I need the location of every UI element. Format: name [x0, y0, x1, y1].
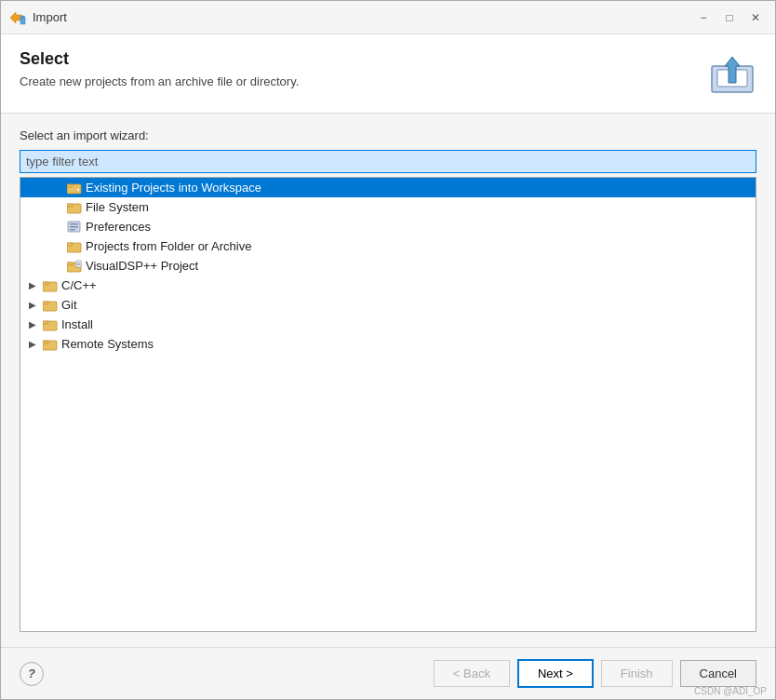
folder-icon-cpp: [43, 279, 58, 292]
svg-rect-23: [43, 282, 48, 285]
window-controls: − □ ✕: [691, 7, 768, 28]
svg-rect-14: [70, 229, 75, 231]
expand-icon-git: ▶: [26, 299, 39, 312]
svg-rect-27: [43, 321, 48, 324]
tree-item-preferences[interactable]: Preferences: [20, 217, 756, 236]
tree-item-remote-systems[interactable]: ▶ Remote Systems: [20, 334, 756, 354]
tree-item-visualdsp[interactable]: VisualDSP++ Project: [20, 256, 756, 276]
header-text: Select Create new projects from an archi…: [20, 49, 299, 88]
import-dialog: Import − □ ✕ Select Create new projects …: [0, 0, 776, 700]
expand-icon-remote-systems: ▶: [26, 338, 39, 351]
watermark: CSDN @ADI_OP: [694, 686, 767, 696]
header-icon: [708, 49, 756, 98]
expand-icon-install: ▶: [26, 318, 39, 331]
folder-arrow-icon: [67, 182, 82, 195]
help-button[interactable]: ?: [20, 662, 44, 686]
tree-item-install[interactable]: ▶ Install: [20, 315, 756, 334]
page-description: Create new projects from an archive file…: [20, 74, 299, 88]
title-bar: Import − □ ✕: [1, 1, 775, 34]
page-title: Select: [20, 49, 299, 69]
tree-item-cpp[interactable]: ▶ C/C++: [20, 276, 756, 295]
svg-rect-7: [67, 184, 73, 187]
expand-icon-cpp: ▶: [26, 279, 39, 292]
expand-icon-preferences: [50, 221, 63, 234]
minimize-button[interactable]: −: [691, 7, 716, 28]
header-section: Select Create new projects from an archi…: [1, 34, 775, 114]
svg-rect-10: [67, 204, 73, 207]
cancel-button[interactable]: Cancel: [680, 660, 756, 687]
close-button[interactable]: ✕: [743, 7, 768, 28]
app-icon: [8, 8, 27, 27]
svg-rect-18: [67, 262, 73, 265]
tree-label-projects-from-folder: Projects from Folder or Archive: [86, 239, 251, 253]
content-section: Select an import wizard: Existing Projec…: [1, 114, 775, 647]
tree-label-install: Install: [61, 317, 93, 331]
finish-button[interactable]: Finish: [601, 660, 673, 687]
tree-label-git: Git: [61, 298, 77, 312]
svg-rect-19: [76, 261, 81, 267]
tree-label-cpp: C/C++: [61, 278, 97, 292]
folder-icon-install: [43, 318, 58, 331]
folder-icon-file-system: [67, 201, 82, 214]
folder-icon-remote-systems: [43, 338, 58, 351]
tree-label-remote-systems: Remote Systems: [61, 337, 154, 351]
svg-rect-29: [43, 341, 48, 343]
svg-rect-13: [70, 226, 78, 228]
folder-icon-projects: [67, 240, 82, 253]
footer-right: < Back Next > Finish Cancel: [434, 659, 756, 688]
window-title: Import: [33, 10, 691, 24]
svg-rect-20: [77, 262, 80, 263]
back-button[interactable]: < Back: [434, 660, 510, 687]
svg-rect-2: [21, 16, 24, 18]
next-button[interactable]: Next >: [517, 659, 594, 688]
svg-rect-12: [70, 223, 78, 225]
tree-label-preferences: Preferences: [86, 220, 151, 234]
tree-label-existing-projects: Existing Projects into Workspace: [86, 181, 261, 195]
expand-icon-file-system: [50, 201, 63, 214]
expand-icon-existing-projects: [50, 182, 63, 195]
tree-item-existing-projects[interactable]: Existing Projects into Workspace: [20, 178, 756, 197]
wizard-label: Select an import wizard:: [20, 128, 756, 142]
footer-left: ?: [20, 662, 44, 686]
footer-section: ? < Back Next > Finish Cancel: [1, 647, 775, 699]
filter-input[interactable]: [20, 150, 756, 173]
tree-label-visualdsp: VisualDSP++ Project: [86, 259, 198, 273]
svg-rect-25: [43, 302, 48, 304]
svg-rect-16: [67, 243, 73, 246]
expand-icon-projects-from-folder: [50, 240, 63, 253]
tree-label-file-system: File System: [86, 200, 149, 214]
tree-item-projects-from-folder[interactable]: Projects from Folder or Archive: [20, 236, 756, 256]
tree-container: Existing Projects into Workspace File Sy…: [20, 177, 756, 632]
svg-rect-21: [77, 264, 80, 265]
svg-marker-0: [10, 12, 21, 23]
expand-icon-visualdsp: [50, 260, 63, 273]
maximize-button[interactable]: □: [717, 7, 742, 28]
tree-item-git[interactable]: ▶ Git: [20, 295, 756, 315]
tree-item-file-system[interactable]: File System: [20, 197, 756, 217]
prefs-icon: [67, 221, 82, 234]
folder-page-icon: [67, 260, 82, 273]
folder-icon-git: [43, 299, 58, 312]
